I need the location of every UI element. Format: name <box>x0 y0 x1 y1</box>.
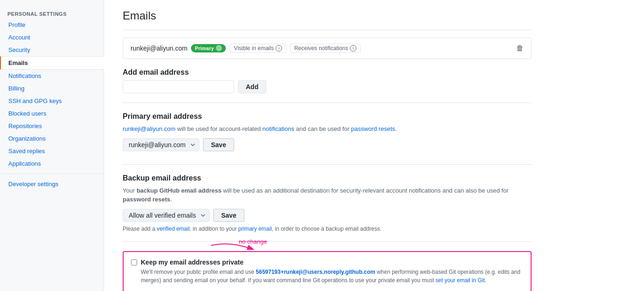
email-card-left: runkeji@aliyun.com Primary ⓘ Visible in … <box>131 44 361 53</box>
backup-email-select[interactable]: Allow all verified emails <box>123 209 210 222</box>
password-resets-link[interactable]: password resets <box>351 125 395 132</box>
backup-email-title: Backup email address <box>123 174 532 182</box>
email-card: runkeji@aliyun.com Primary ⓘ Visible in … <box>123 38 532 59</box>
delete-email-button[interactable]: 🗑 <box>516 44 524 52</box>
page-title: Emails <box>123 9 532 30</box>
add-email-button[interactable]: Add <box>238 80 266 93</box>
keep-private-desc-3: . <box>485 277 486 284</box>
primary-email-title: Primary email address <box>123 112 532 121</box>
keep-private-section: Keep my email addresses private We'll re… <box>123 251 532 291</box>
email-address: runkeji@aliyun.com <box>131 45 187 52</box>
sidebar-item-developer-settings[interactable]: Developer settings <box>0 178 104 190</box>
keep-private-row: Keep my email addresses private We'll re… <box>131 259 523 285</box>
noreply-email: 56597193+runkeji@users.noreply.github.co… <box>256 269 375 275</box>
primary-email-description: runkeji@aliyun.com will be used for acco… <box>123 124 532 134</box>
keep-private-wrapper: no change Keep my email addresses privat… <box>123 251 532 291</box>
receives-label-text: Receives notifications <box>294 45 348 52</box>
keep-private-description: We'll remove your public profile email a… <box>141 268 523 285</box>
keep-private-checkbox[interactable] <box>131 259 137 265</box>
visible-info-icon[interactable]: i <box>276 45 282 52</box>
visible-label-text: Visible in emails <box>234 45 274 52</box>
primary-email-addr-link: runkeji@aliyun.com <box>123 125 176 132</box>
sidebar-item-repositories[interactable]: Repositories <box>0 120 104 132</box>
sidebar-item-saved-replies[interactable]: Saved replies <box>0 145 104 157</box>
primary-desc-2: will be used for account-related <box>176 125 263 132</box>
add-email-section: Add email address Add <box>123 68 532 103</box>
primary-badge-label: Primary <box>195 45 214 51</box>
primary-desc-3: and can be used for <box>294 125 351 132</box>
sidebar-item-applications[interactable]: Applications <box>0 157 104 170</box>
primary-email-controls: runkeji@aliyun.com Save <box>123 138 532 151</box>
backup-note-part2: , in addition to your <box>190 226 238 232</box>
verified-email-link[interactable]: verified email <box>157 226 190 232</box>
sidebar-item-profile[interactable]: Profile <box>0 19 104 31</box>
sidebar-item-account[interactable]: Account <box>0 31 104 44</box>
notifications-link[interactable]: notifications <box>263 125 295 132</box>
keep-private-desc-1: We'll remove your public profile email a… <box>141 269 256 275</box>
primary-email-section: Primary email address runkeji@aliyun.com… <box>123 112 532 165</box>
sidebar-item-ssh-gpg-keys[interactable]: SSH and GPG keys <box>0 95 104 107</box>
sidebar-item-blocked-users[interactable]: Blocked users <box>0 107 104 120</box>
sidebar-divider <box>0 174 104 174</box>
sidebar: Personal settings Profile Account Securi… <box>0 0 104 291</box>
add-email-row: Add <box>123 80 532 93</box>
backup-email-controls: Allow all verified emails Save <box>123 209 532 222</box>
sidebar-item-notifications[interactable]: Notifications <box>0 70 104 82</box>
backup-email-section: Backup email address Your backup GitHub … <box>123 174 532 242</box>
receives-notifications-tag: Receives notifications i <box>290 44 361 53</box>
primary-badge: Primary ⓘ <box>191 44 226 52</box>
main-content: Emails runkeji@aliyun.com Primary ⓘ Visi… <box>104 0 550 291</box>
set-email-in-git-link[interactable]: set your email in Git <box>435 277 485 284</box>
keep-private-label: Keep my email addresses private <box>141 259 523 266</box>
sidebar-item-billing[interactable]: Billing <box>0 82 104 95</box>
add-email-title: Add email address <box>123 68 532 77</box>
primary-email-select[interactable]: runkeji@aliyun.com <box>123 138 199 151</box>
sidebar-item-security[interactable]: Security <box>0 44 104 56</box>
visible-in-emails-tag: Visible in emails i <box>230 44 286 53</box>
sidebar-item-emails[interactable]: Emails <box>0 56 104 70</box>
backup-note-part3: , in order to choose a backup email addr… <box>272 226 381 232</box>
primary-email-save-button[interactable]: Save <box>203 138 234 151</box>
keep-private-content: Keep my email addresses private We'll re… <box>141 259 523 285</box>
backup-note-part1: Please add a <box>123 226 157 232</box>
primary-desc-4: . <box>395 125 397 132</box>
add-email-input[interactable] <box>123 80 234 93</box>
receives-info-icon[interactable]: i <box>350 45 356 52</box>
sidebar-item-organizations[interactable]: Organizations <box>0 132 104 145</box>
backup-email-note: Please add a verified email, in addition… <box>123 226 532 232</box>
primary-info-icon[interactable]: ⓘ <box>216 45 222 52</box>
sidebar-heading: Personal settings <box>0 7 104 19</box>
backup-email-save-button[interactable]: Save <box>213 209 244 222</box>
primary-email-link[interactable]: primary email <box>238 226 272 232</box>
backup-email-description: Your backup GitHub email address will be… <box>123 186 532 204</box>
